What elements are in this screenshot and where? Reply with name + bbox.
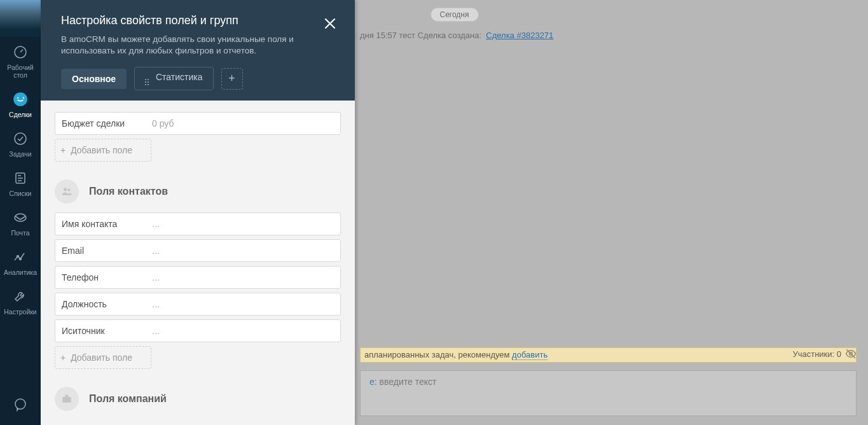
- gauge-icon: [11, 43, 29, 61]
- sidebar-item-analytics[interactable]: Аналитика: [0, 242, 41, 281]
- field-email[interactable]: Email ...: [55, 239, 341, 262]
- field-value: ...: [152, 246, 160, 256]
- plus-icon: +: [60, 352, 65, 363]
- task-text: апланированных задач, рекомендуем: [364, 350, 512, 359]
- add-field-label: Добавить поле: [71, 352, 132, 363]
- svg-point-2: [15, 133, 26, 144]
- lists-icon: [11, 169, 29, 187]
- add-task-link[interactable]: добавить: [512, 350, 548, 360]
- sidebar-item-dashboard[interactable]: Рабочий стол: [0, 37, 41, 84]
- field-source[interactable]: Иситочник ...: [55, 319, 341, 342]
- mail-icon: [11, 209, 29, 226]
- drag-handle-icon: [145, 79, 150, 85]
- modal-title: Настройка свойств полей и групп: [61, 14, 337, 27]
- sidebar-item-label: Рабочий стол: [0, 64, 41, 79]
- field-position[interactable]: Должность ...: [55, 293, 341, 316]
- svg-rect-11: [62, 397, 71, 403]
- participants-block[interactable]: Участники: 0: [792, 348, 857, 359]
- field-budget[interactable]: Бюджет сделки 0 руб: [55, 112, 341, 135]
- sidebar-item-label: Списки: [10, 190, 32, 197]
- field-value: ...: [152, 219, 160, 229]
- field-value: 0 руб: [152, 118, 174, 129]
- note-prefix: е:: [369, 377, 377, 387]
- modal-subtitle: В amoCRM вы можете добавлять свои уникал…: [61, 34, 337, 57]
- sidebar-item-tasks[interactable]: Задачи: [0, 123, 41, 163]
- field-settings-panel: Настройка свойств полей и групп В amoCRM…: [41, 0, 355, 425]
- feed-text: дня 15:57 тест Сделка создана:: [360, 31, 481, 40]
- sidebar-item-settings[interactable]: Настройки: [0, 281, 41, 321]
- app-sidebar: Рабочий стол Сделки Задачи Списки Почта …: [0, 0, 41, 425]
- sidebar-avatar[interactable]: [0, 0, 41, 37]
- section-title: Поля контактов: [89, 186, 168, 197]
- section-companies: Поля компаний: [55, 387, 341, 411]
- svg-point-1: [13, 92, 27, 106]
- check-circle-icon: [11, 130, 29, 148]
- svg-point-7: [15, 399, 25, 409]
- add-tab-button[interactable]: +: [221, 68, 243, 90]
- sidebar-item-mail[interactable]: Почта: [0, 202, 41, 242]
- plus-icon: +: [228, 72, 235, 85]
- briefcase-icon: [55, 387, 79, 411]
- add-field-label: Добавить поле: [71, 145, 132, 155]
- modal-header: Настройка свойств полей и групп В amoCRM…: [41, 0, 355, 67]
- section-title: Поля компаний: [89, 393, 167, 405]
- add-contact-field-button[interactable]: + Добавить поле: [55, 346, 151, 369]
- eye-off-icon: [845, 348, 857, 359]
- field-contact-name[interactable]: Имя контакта ...: [55, 212, 341, 235]
- field-label: Бюджет сделки: [55, 118, 152, 129]
- sidebar-item-chat[interactable]: [0, 389, 41, 419]
- field-label: Иситочник: [55, 326, 152, 336]
- add-field-button[interactable]: + Добавить поле: [55, 139, 151, 162]
- deal-link[interactable]: Сделка #3823271: [486, 31, 553, 40]
- field-phone[interactable]: Телефон ...: [55, 266, 341, 289]
- field-label: Телефон: [55, 272, 152, 282]
- tab-label: Статистика: [156, 72, 203, 82]
- modal-tabs: Основное Статистика +: [41, 67, 355, 101]
- contacts-icon: [55, 179, 79, 204]
- tab-label: Основное: [72, 74, 116, 84]
- task-reminder-bar: апланированных задач, рекомендуем добави…: [360, 347, 857, 363]
- field-label: Имя контакта: [55, 219, 152, 229]
- note-input[interactable]: е: введите текст: [360, 370, 857, 416]
- chat-icon: [11, 396, 29, 414]
- field-value: ...: [152, 272, 160, 282]
- today-separator: Сегодня: [431, 8, 479, 22]
- sidebar-item-label: Сделки: [9, 111, 32, 118]
- deals-icon: [11, 90, 29, 108]
- participants-label: Участники: 0: [792, 349, 841, 359]
- close-button[interactable]: [322, 15, 338, 32]
- sidebar-item-label: Задачи: [9, 150, 31, 158]
- feed-entry: дня 15:57 тест Сделка создана: Сделка #3…: [360, 31, 553, 40]
- tab-stats[interactable]: Статистика: [134, 67, 213, 90]
- field-value: ...: [152, 326, 160, 336]
- sidebar-item-label: Аналитика: [4, 268, 37, 276]
- plus-icon: +: [60, 145, 65, 155]
- sidebar-item-label: Настройки: [4, 308, 37, 316]
- section-contacts: Поля контактов: [55, 179, 341, 204]
- sidebar-item-deals[interactable]: Сделки: [0, 84, 41, 123]
- svg-point-4: [15, 214, 26, 221]
- sidebar-item-lists[interactable]: Списки: [0, 163, 41, 202]
- wrench-icon: [11, 288, 29, 305]
- field-value: ...: [152, 299, 160, 309]
- field-label: Должность: [55, 299, 152, 309]
- field-label: Email: [55, 246, 152, 256]
- sidebar-item-label: Почта: [11, 229, 29, 237]
- tab-main[interactable]: Основное: [61, 69, 127, 89]
- svg-point-9: [64, 188, 67, 192]
- modal-body: Бюджет сделки 0 руб + Добавить поле Поля…: [41, 101, 355, 425]
- svg-point-10: [67, 189, 70, 192]
- note-placeholder: введите текст: [377, 377, 437, 387]
- analytics-icon: [11, 248, 29, 266]
